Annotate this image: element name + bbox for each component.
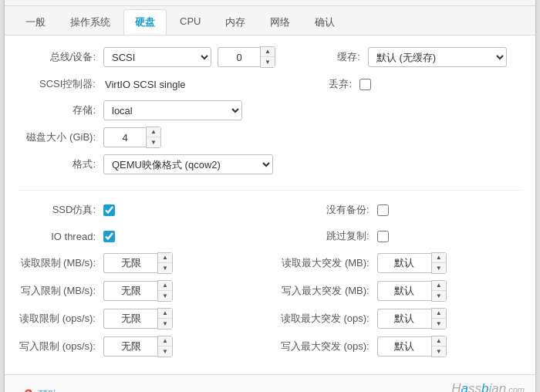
- write-burst-ops-control: ▲ ▼: [377, 336, 521, 357]
- read-limit-mbs-down[interactable]: ▼: [158, 263, 172, 273]
- bus-device-label: 总线/设备:: [19, 50, 103, 64]
- read-limit-ops-up[interactable]: ▲: [158, 309, 172, 319]
- write-burst-mbs-up[interactable]: ▲: [432, 281, 446, 291]
- tab-general[interactable]: 一般: [14, 9, 57, 35]
- write-burst-ops-input[interactable]: [377, 336, 431, 357]
- disk-size-down-arrow[interactable]: ▼: [147, 137, 160, 147]
- format-select[interactable]: QEMU映像格式 (qcow2): [103, 154, 273, 174]
- tab-confirm[interactable]: 确认: [303, 9, 346, 35]
- storage-row: 存储: local: [19, 100, 521, 120]
- title-bar: 创建: 虚拟机 ×: [5, 0, 535, 6]
- read-limit-mbs-control: ▲ ▼: [103, 252, 248, 274]
- device-up-arrow[interactable]: ▲: [261, 47, 275, 57]
- read-burst-ops-down[interactable]: ▼: [432, 319, 446, 329]
- write-limit-mbs-arrows: ▲ ▼: [157, 280, 173, 302]
- skip-replication-checkbox[interactable]: [377, 231, 389, 242]
- format-control: QEMU映像格式 (qcow2): [103, 154, 521, 174]
- no-backup-label: 没有备份:: [277, 203, 377, 217]
- tab-disk[interactable]: 硬盘: [123, 9, 167, 35]
- read-ops-row: 读取限制 (ops/s): ▲ ▼ 读取最大突发 (ops):: [19, 308, 521, 329]
- scsi-controller-value: VirtIO SCSI single: [103, 79, 186, 90]
- ssd-checkbox[interactable]: [103, 204, 115, 216]
- disk-size-label: 磁盘大小 (GiB):: [19, 130, 103, 144]
- read-burst-ops-up[interactable]: ▲: [432, 309, 446, 319]
- disk-size-spin: ▲ ▼: [103, 127, 161, 148]
- write-limit-ops-arrows: ▲ ▼: [157, 336, 173, 357]
- tab-os[interactable]: 操作系统: [59, 9, 122, 35]
- write-burst-mbs-down[interactable]: ▼: [432, 291, 446, 301]
- tab-cpu[interactable]: CPU: [168, 9, 212, 35]
- discard-checkbox[interactable]: [359, 79, 371, 90]
- read-limit-mbs-arrows: ▲ ▼: [157, 252, 173, 274]
- write-burst-mbs-input[interactable]: [377, 281, 431, 301]
- read-burst-mbs-up[interactable]: ▲: [432, 253, 446, 263]
- write-limit-mbs-input[interactable]: [103, 281, 157, 301]
- write-limit-ops-control: ▲ ▼: [103, 336, 248, 357]
- io-skip-row: IO thread: 跳过复制:: [19, 226, 521, 246]
- write-limit-mbs-down[interactable]: ▼: [158, 291, 172, 301]
- read-limit-ops-input[interactable]: [103, 309, 157, 329]
- write-limit-ops-input[interactable]: [103, 336, 157, 357]
- read-burst-ops-control: ▲ ▼: [377, 308, 521, 329]
- cache-select[interactable]: 默认 (无缓存): [368, 47, 507, 67]
- read-burst-ops-arrows: ▲ ▼: [431, 308, 447, 329]
- discard-control: [359, 74, 521, 94]
- read-burst-ops-label: 读取最大突发 (ops):: [277, 312, 377, 326]
- cache-label: 缓存:: [306, 50, 368, 64]
- skip-replication-label: 跳过复制:: [277, 229, 377, 243]
- no-backup-control: [377, 200, 521, 220]
- help-icon: ❓: [22, 389, 35, 393]
- content-area: 总线/设备: SCSI ▲ ▼ 缓存:: [5, 35, 535, 374]
- no-backup-checkbox[interactable]: [377, 204, 389, 216]
- write-burst-ops-label: 写入最大突发 (ops):: [277, 340, 377, 353]
- tab-network[interactable]: 网络: [258, 9, 302, 35]
- disk-size-input[interactable]: [103, 127, 146, 147]
- io-thread-checkbox[interactable]: [103, 231, 115, 242]
- discard-label: 丢弃:: [298, 77, 359, 91]
- discard-checkbox-wrap: [359, 74, 371, 94]
- help-button[interactable]: ❓ 帮助: [15, 386, 64, 393]
- read-burst-mbs-label: 读取最大突发 (MB):: [277, 256, 377, 270]
- read-burst-mbs-down[interactable]: ▼: [432, 263, 446, 273]
- read-limit-mbs-label: 读取限制 (MB/s):: [19, 256, 103, 270]
- write-burst-mbs-spin: ▲ ▼: [377, 280, 447, 302]
- read-limit-mbs-input[interactable]: [103, 253, 157, 273]
- write-limit-mbs-control: ▲ ▼: [103, 280, 248, 302]
- read-burst-mbs-input[interactable]: [377, 253, 431, 273]
- write-burst-ops-up[interactable]: ▲: [432, 336, 446, 346]
- write-limit-mbs-label: 写入限制 (MB/s):: [19, 284, 103, 298]
- tab-memory[interactable]: 内存: [214, 9, 257, 35]
- read-burst-mbs-control: ▲ ▼: [377, 252, 521, 274]
- read-limit-mbs-up[interactable]: ▲: [158, 253, 172, 263]
- read-limit-ops-down[interactable]: ▼: [158, 319, 172, 329]
- read-burst-ops-input[interactable]: [377, 309, 431, 329]
- skip-replication-control: [377, 226, 521, 246]
- bottom-section: SSD仿真: 没有备份: IO thread:: [19, 200, 521, 357]
- scsi-discard-row: SCSI控制器: VirtIO SCSI single 丢弃:: [19, 74, 521, 94]
- storage-label: 存储:: [19, 103, 103, 117]
- write-burst-ops-down[interactable]: ▼: [432, 346, 446, 357]
- storage-select[interactable]: local: [103, 100, 242, 120]
- disk-size-up-arrow[interactable]: ▲: [147, 127, 160, 137]
- hassbian-text: Hassbian: [451, 381, 506, 392]
- device-input[interactable]: [218, 47, 260, 67]
- device-arrows: ▲ ▼: [260, 46, 275, 68]
- hassbian-com: .com: [506, 385, 525, 392]
- write-limit-ops-up[interactable]: ▲: [158, 336, 172, 346]
- device-down-arrow[interactable]: ▼: [261, 57, 275, 67]
- ssd-label: SSD仿真:: [19, 203, 103, 217]
- read-limit-ops-control: ▲ ▼: [103, 308, 248, 329]
- write-limit-mbs-up[interactable]: ▲: [158, 281, 172, 291]
- tab-bar: 一般 操作系统 硬盘 CPU 内存 网络 确认: [5, 6, 535, 35]
- read-burst-mbs-spin: ▲ ▼: [377, 252, 447, 274]
- cache-control: 默认 (无缓存): [368, 47, 521, 67]
- format-label: 格式:: [19, 157, 103, 171]
- bus-select[interactable]: SCSI: [103, 47, 211, 67]
- write-burst-ops-arrows: ▲ ▼: [431, 336, 447, 357]
- disk-size-row: 磁盘大小 (GiB): ▲ ▼: [19, 127, 521, 148]
- write-burst-mbs-arrows: ▲ ▼: [431, 280, 447, 302]
- read-limit-mbs-spin: ▲ ▼: [103, 252, 173, 274]
- disk-size-control: ▲ ▼: [103, 127, 521, 148]
- write-limit-ops-down[interactable]: ▼: [158, 346, 172, 357]
- read-burst-mbs-arrows: ▲ ▼: [431, 252, 447, 274]
